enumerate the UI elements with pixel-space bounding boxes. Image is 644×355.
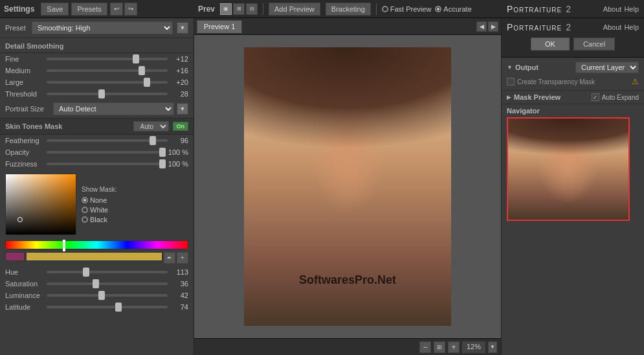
portrait-size-select[interactable]: Auto Detect [53, 102, 174, 115]
saturation-label: Saturation [5, 280, 44, 288]
medium-label: Medium [5, 67, 44, 74]
color-picker-square[interactable] [5, 174, 76, 235]
app-version-top: 2 [566, 4, 571, 14]
accurate-radio[interactable] [435, 6, 441, 12]
white-radio[interactable] [82, 207, 88, 213]
swatch-icons: ✒ + [164, 252, 188, 264]
redo-button[interactable]: ↪ [124, 3, 137, 16]
hue-slider-row: Hue 113 [0, 266, 194, 278]
black-radio[interactable] [82, 216, 88, 223]
large-slider[interactable] [47, 81, 168, 84]
none-option[interactable]: None [82, 196, 117, 204]
saturation-slider[interactable] [47, 282, 168, 285]
none-radio[interactable] [82, 197, 88, 203]
app-version-right: 2 [566, 22, 571, 32]
fine-slider-row: Fine +12 [0, 53, 194, 65]
portrait-size-row: Portrait Size Auto Detect ▼ [0, 100, 194, 118]
auto-expand-row: Auto Expand [592, 93, 639, 101]
saturation-value: 36 [170, 280, 188, 288]
swatch-left[interactable] [5, 252, 25, 261]
add-color-icon[interactable]: + [177, 252, 188, 264]
preview-mode-group: Fast Preview Accurate [382, 5, 472, 13]
main-content: Preset Smoothing: High ▼ Detail Smoothin… [0, 18, 644, 355]
feathering-slider[interactable] [47, 139, 168, 142]
undo-button[interactable]: ↩ [110, 3, 123, 16]
watermark: SoftwaresPro.Net [299, 273, 396, 287]
black-label: Black [90, 216, 107, 223]
split-view-icon[interactable]: ⊞ [233, 3, 245, 15]
single-view-icon[interactable]: ▣ [220, 3, 232, 15]
output-label: Output [515, 63, 539, 71]
left-panel: Preset Smoothing: High ▼ Detail Smoothin… [0, 18, 194, 355]
luminance-slider[interactable] [47, 294, 168, 297]
app-name-top: Portraiture [507, 4, 562, 14]
help-button[interactable]: Help [624, 5, 639, 13]
large-label: Large [5, 78, 44, 86]
latitude-label: Latitude [5, 303, 44, 311]
black-option[interactable]: Black [82, 216, 117, 223]
opacity-slider-row: Opacity 100 % [0, 146, 194, 158]
navigator-thumbnail[interactable] [507, 117, 630, 221]
skin-tones-header: Skin Tones Mask Auto On [0, 118, 194, 135]
on-badge[interactable]: On [173, 122, 189, 131]
zoom-value[interactable]: 12% [462, 341, 485, 353]
hue-slider[interactable] [47, 271, 168, 273]
preview-image-area[interactable]: SoftwaresPro.Net [194, 35, 501, 338]
output-select[interactable]: Current Layer [575, 62, 639, 73]
accurate-option[interactable]: Accurate [435, 5, 471, 13]
next-nav-arrow[interactable]: ▶ [488, 21, 498, 32]
multi-view-icon[interactable]: ⊟ [246, 3, 258, 15]
hue-bar[interactable] [5, 240, 188, 249]
fast-preview-radio[interactable] [382, 6, 388, 12]
output-collapse-arrow[interactable]: ▼ [507, 64, 513, 71]
save-button[interactable]: Save [41, 3, 69, 16]
fine-slider[interactable] [47, 58, 168, 60]
help-button-right[interactable]: Help [624, 23, 639, 31]
zoom-controls: − ⊞ + 12% ▼ [419, 341, 497, 353]
skin-tones-title: Skin Tones Mask [5, 122, 129, 130]
bracketing-button[interactable]: Bracketing [326, 3, 371, 16]
auto-select[interactable]: Auto [133, 121, 169, 132]
hue-thumb[interactable] [63, 240, 65, 251]
luminance-value: 42 [170, 292, 188, 299]
zoom-out-button[interactable]: − [419, 341, 431, 353]
white-option[interactable]: White [82, 206, 117, 214]
zoom-in-button[interactable]: + [448, 341, 460, 353]
latitude-slider[interactable] [47, 306, 168, 308]
mask-preview-collapse-arrow[interactable]: ▶ [507, 94, 511, 100]
about-help-right: About Help [603, 23, 639, 31]
portrait-size-arrow[interactable]: ▼ [177, 103, 188, 115]
fit-button[interactable]: ⊞ [434, 341, 445, 353]
prev-nav-arrow[interactable]: ◀ [476, 21, 487, 32]
fuzziness-value: 100 % [168, 160, 188, 168]
navigator-label: Navigator [507, 107, 639, 115]
cancel-button[interactable]: Cancel [573, 38, 615, 51]
medium-slider[interactable] [47, 69, 168, 72]
ok-button[interactable]: OK [531, 38, 570, 51]
warning-icon: ⚠ [632, 77, 639, 86]
navigator-hair [508, 119, 628, 164]
threshold-slider[interactable] [47, 93, 168, 95]
swatch-mid[interactable] [26, 252, 162, 261]
fuzziness-slider[interactable] [47, 163, 166, 165]
presets-button[interactable]: Presets [71, 3, 107, 16]
large-value: +20 [170, 78, 188, 86]
preset-dropdown-arrow[interactable]: ▼ [177, 22, 188, 34]
center-panel: Preview 1 ◀ ▶ SoftwaresPro.Net − ⊞ + 12%… [194, 18, 502, 355]
about-button-right[interactable]: About [603, 23, 622, 31]
preview-tab-1[interactable]: Preview 1 [197, 20, 242, 33]
about-button[interactable]: About [603, 5, 622, 13]
threshold-slider-row: Threshold 28 [0, 88, 194, 100]
add-preview-button[interactable]: Add Preview [269, 3, 320, 16]
luminance-label: Luminance [5, 292, 44, 299]
eyedropper-icon[interactable]: ✒ [164, 252, 175, 264]
preview-nav: ◀ ▶ [476, 21, 498, 32]
opacity-slider[interactable] [47, 151, 166, 154]
fine-label: Fine [5, 55, 44, 63]
auto-expand-checkbox[interactable] [592, 93, 599, 101]
transparency-checkbox[interactable] [507, 78, 515, 86]
preset-select[interactable]: Smoothing: High [32, 21, 173, 34]
fast-preview-option[interactable]: Fast Preview [382, 5, 432, 13]
zoom-dropdown-arrow[interactable]: ▼ [488, 341, 497, 353]
divider2 [376, 3, 377, 15]
